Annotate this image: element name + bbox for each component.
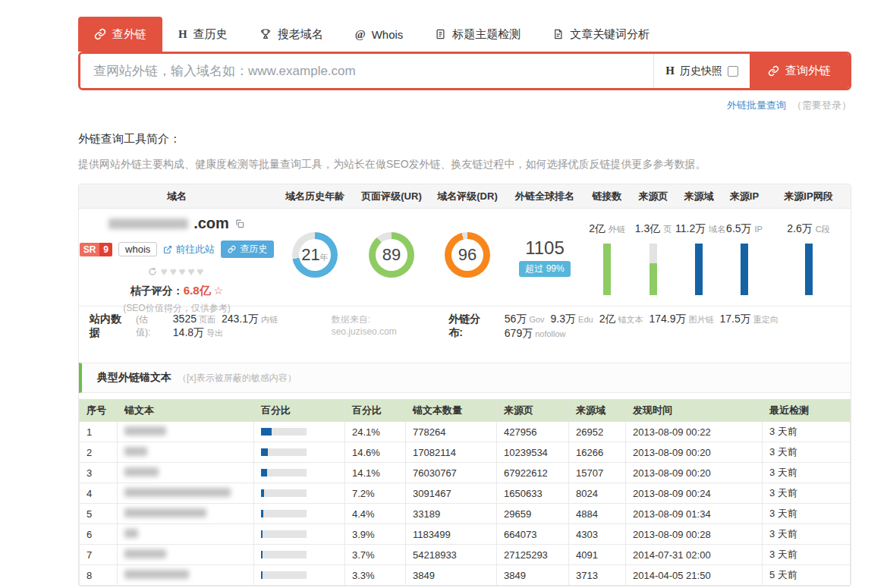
ur-donut-chart: 89 xyxy=(369,232,414,278)
batch-query-link[interactable]: 外链批量查询 xyxy=(727,99,786,112)
search-bar: H 历史快照 查询外链 xyxy=(78,52,851,90)
stat-unit: IP xyxy=(754,225,762,234)
submit-label: 查询外链 xyxy=(785,64,831,78)
tab-history-check[interactable]: H 查历史 xyxy=(162,17,244,52)
rank-value: 1105 xyxy=(507,237,583,259)
percent-bar xyxy=(261,510,307,517)
distribution-items: 56万Gov9.3万Edu2亿锚文本174.9万图片链17.5万重定向679万n… xyxy=(499,312,840,341)
snapshot-checkbox[interactable] xyxy=(728,66,738,77)
sr-label: SR xyxy=(80,243,100,256)
table-cell: 2014-07-31 02:00 xyxy=(626,545,763,565)
table-cell: 2013-08-09 00:20 xyxy=(626,442,763,463)
blurred-text xyxy=(124,426,166,435)
table-cell: 24.1% xyxy=(345,422,406,442)
domain-rating-gauge: 96 xyxy=(428,209,507,278)
stat-value: 11.2万 域名 xyxy=(675,222,722,236)
stat-bar: 2亿 外链 xyxy=(583,222,631,295)
column-header: 来源页 xyxy=(631,190,675,203)
site-stats-items: 3525页面243.1万内链14.8万导出 xyxy=(167,313,332,340)
stat-pair: 56万Gov xyxy=(505,313,545,326)
url-rating-gauge: 89 xyxy=(355,209,428,278)
anchor-text-table: 序号 锚文本 百分比 百分比 锚文本数量 来源页 来源域 发现时间 最近检测 1… xyxy=(79,399,851,586)
anchor-text-blurred xyxy=(118,504,254,524)
stat-unit: C段 xyxy=(816,225,830,234)
blurred-domain xyxy=(109,219,188,229)
percent-bar-cell xyxy=(254,442,345,463)
table-cell: 33189 xyxy=(406,504,497,524)
table-cell: 3713 xyxy=(569,565,626,586)
percent-bar xyxy=(261,428,307,435)
site-stats-note: (估值): xyxy=(136,313,162,339)
table-cell: 7 xyxy=(80,545,118,565)
domain-search-input[interactable] xyxy=(80,54,653,88)
blurred-text xyxy=(124,529,138,538)
anchor-text-blurred xyxy=(118,524,254,545)
check-history-button[interactable]: 查历史 xyxy=(221,241,274,258)
star-icon[interactable]: ☆ xyxy=(214,285,224,297)
percent-bar-cell xyxy=(254,422,345,442)
table-cell: 6 xyxy=(80,524,118,545)
ur-value: 89 xyxy=(382,245,401,265)
table-cell: 5 xyxy=(80,504,118,524)
table-header: 序号 xyxy=(80,400,118,422)
stat-bar-fill xyxy=(650,263,657,295)
tab-label: 标题主题检测 xyxy=(452,27,521,42)
stat-bar-fill xyxy=(603,244,611,295)
visit-site-link[interactable]: 前往此站 xyxy=(163,243,215,256)
stat-unit: Edu xyxy=(578,315,593,324)
table-row: 124.1%778264427956269522013-08-09 00:223… xyxy=(80,422,851,442)
tab-whois[interactable]: @ Whois xyxy=(339,17,420,52)
table-cell: 27125293 xyxy=(497,545,569,565)
stat-unit: 重定向 xyxy=(753,314,778,325)
table-cell: 3849 xyxy=(497,565,569,586)
login-required-note: （需要登录） xyxy=(792,99,851,112)
stat-value: 6.5万 IP xyxy=(722,222,766,236)
favorite-hearts[interactable]: ♥♥♥♥♥ xyxy=(79,265,275,278)
stat-value: 174.9万 xyxy=(649,313,686,326)
stat-unit: 导出 xyxy=(206,328,223,339)
copy-icon[interactable] xyxy=(234,219,245,229)
tab-article-keyword-analysis[interactable]: 文章关键词分析 xyxy=(536,17,665,52)
table-cell: 4091 xyxy=(569,545,626,565)
table-header: 发现时间 xyxy=(626,400,763,422)
percent-bar-fill xyxy=(261,571,263,579)
column-header: 页面评级(UR) xyxy=(355,190,428,203)
table-cell: 2014-04-05 21:50 xyxy=(626,565,763,586)
percent-bar xyxy=(261,571,307,579)
blurred-text xyxy=(124,447,147,456)
table-cell: 3 天前 xyxy=(763,545,851,565)
tab-backlink-check[interactable]: 查外链 xyxy=(78,17,162,52)
table-cell: 3091467 xyxy=(406,483,497,504)
table-header: 百分比 xyxy=(254,400,345,422)
history-snapshot-toggle[interactable]: H 历史快照 xyxy=(653,54,750,88)
whois-button[interactable]: whois xyxy=(118,242,157,256)
blurred-text xyxy=(124,488,231,497)
refresh-icon[interactable] xyxy=(148,267,157,276)
tab-title-topic-check[interactable]: 标题主题检测 xyxy=(419,17,536,52)
link-icon xyxy=(768,65,779,77)
sr-rating-badge: SR 9 xyxy=(80,243,112,256)
table-cell: 26952 xyxy=(569,422,626,442)
table-cell: 3 天前 xyxy=(763,524,851,545)
stat-value: 2.6万 C段 xyxy=(766,222,851,236)
blurred-text xyxy=(124,570,189,579)
heart-icons[interactable]: ♥♥♥♥♥ xyxy=(161,265,206,278)
stat-pair: 9.3万Edu xyxy=(551,313,593,326)
batch-query-row: 外链批量查询 （需要登录） xyxy=(78,99,851,112)
visit-label: 前往此站 xyxy=(175,243,215,256)
query-backlinks-button[interactable]: 查询外链 xyxy=(750,54,849,88)
juzi-score: 桔子评分：6.8亿 ☆ xyxy=(79,284,275,298)
stat-column-headers: 链接数 来源页 来源域 来源IP 来源IP网段 xyxy=(583,190,851,203)
table-cell: 67922612 xyxy=(497,463,569,483)
sr-value: 9 xyxy=(99,243,112,256)
stat-unit: 内链 xyxy=(261,314,278,325)
stat-unit: 锚文本 xyxy=(618,314,643,325)
table-cell: 2013-08-09 00:20 xyxy=(626,463,763,483)
tab-old-domain-search[interactable]: 搜老域名 xyxy=(244,17,339,52)
table-cell: 2013-08-09 01:34 xyxy=(626,504,763,524)
stat-value: 1.3亿 页 xyxy=(631,222,675,236)
domain-badges: SR 9 whois 前往此站 查历史 xyxy=(79,241,275,258)
anchor-section-note: （[x]表示被屏蔽的敏感内容） xyxy=(178,372,297,385)
stat-value: 56万 xyxy=(505,313,527,326)
dr-value: 96 xyxy=(458,245,477,265)
